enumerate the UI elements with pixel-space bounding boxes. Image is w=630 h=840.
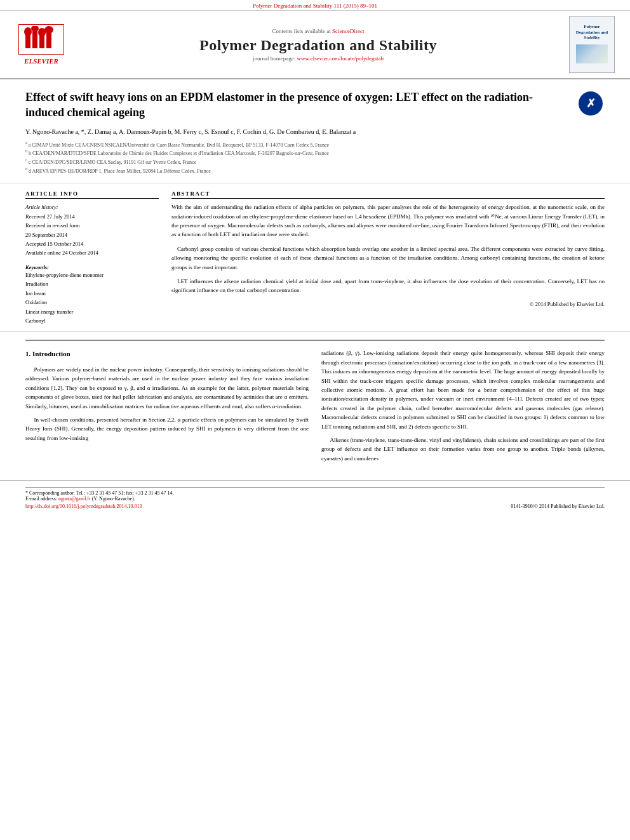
journal-homepage-link[interactable]: www.elsevier.com/locate/polydegstab: [297, 55, 384, 62]
journal-thumbnail: Polymer Degradation and Stability: [566, 16, 617, 73]
keywords-section: Keywords: Ethylene-propylene-diene monom…: [25, 264, 159, 326]
section-divider: [25, 340, 605, 341]
intro-heading: 1. Introduction: [25, 349, 309, 360]
article-title: Effect of swift heavy ions on an EPDM el…: [25, 90, 570, 121]
article-info-label: Article Info: [25, 190, 159, 199]
authors-list: Y. Ngono-Ravache a, *, Z. Damaj a, A. Da…: [25, 127, 570, 137]
doi-link[interactable]: http://dx.doi.org/10.1016/j.polymdegrads…: [25, 503, 142, 509]
sciencedirect-link[interactable]: ScienceDirect: [332, 28, 364, 34]
right-para-1: radiations (β, γ). Low-ionising radiatio…: [321, 349, 605, 431]
thumb-journal-title: Polymer Degradation and Stability: [572, 24, 612, 40]
history-label: Article history:: [25, 204, 58, 210]
footer-area: * Corresponding author. Tel.: +33 2 31 4…: [0, 480, 630, 513]
revised-label: Received in revised form: [25, 221, 159, 230]
article-info-abstract-section: Article Info Article history: Received 2…: [0, 184, 630, 332]
thumb-decoration: [576, 43, 608, 65]
svg-point-4: [24, 27, 32, 36]
elsevier-wordmark: ELSEVIER: [24, 57, 58, 65]
abstract-text: With the aim of understanding the radiat…: [171, 203, 605, 309]
svg-point-5: [31, 26, 39, 32]
revised-date: 29 September 2014: [25, 230, 159, 239]
article-history: Article history: Received 27 July 2014 R…: [25, 203, 159, 258]
body-right-column: radiations (β, γ). Low-ionising radiatio…: [321, 349, 605, 467]
svg-point-7: [44, 26, 53, 34]
body-para-2: In well-chosen conditions, presented her…: [25, 415, 309, 443]
journal-title: Polymer Degradation and Stability: [76, 37, 560, 54]
corresponding-author-note: * Corresponding author. Tel.: +33 2 31 4…: [25, 487, 605, 502]
affiliation-c: c c CEA/DEN/DPC/SECR/LRMO CEA Saclay, 91…: [25, 157, 570, 166]
online-date: Available online 24 October 2014: [25, 248, 159, 257]
keyword-3: Ion beam: [25, 289, 159, 298]
article-info-column: Article Info Article history: Received 2…: [25, 190, 159, 325]
abstract-column: Abstract With the aim of understanding t…: [171, 190, 605, 325]
keyword-4: Oxidation: [25, 298, 159, 307]
elsevier-tree-icon: [22, 26, 60, 51]
keyword-2: Irradiation: [25, 279, 159, 288]
corr-tel-fax: * Corresponding author. Tel.: +33 2 31 4…: [25, 490, 605, 496]
crossmark-icon: ✗: [579, 91, 603, 116]
elsevier-logo-box: [18, 24, 64, 55]
journal-citation: Polymer Degradation and Stability 111 (2…: [253, 3, 377, 9]
publisher-logo-area: ELSEVIER: [13, 24, 70, 65]
affiliation-a: a a CIMAP Unité Mixte CEA/CNRS/ENSICAEN/…: [25, 140, 570, 149]
keywords-label: Keywords:: [25, 264, 159, 270]
issn-copyright: 0141-3910/© 2014 Published by Elsevier L…: [511, 503, 605, 509]
keyword-6: Carbonyl: [25, 316, 159, 325]
accepted-date: Accepted 15 October 2014: [25, 239, 159, 248]
abstract-para-1: With the aim of understanding the radiat…: [171, 203, 605, 239]
affiliation-d: d d AREVA EP/PES-BE/DOR/RDP 1, Place Jea…: [25, 166, 570, 175]
journal-cover-thumb: Polymer Degradation and Stability: [569, 16, 615, 73]
svg-rect-1: [32, 29, 37, 48]
keywords-list: Ethylene-propylene-diene monomer Irradia…: [25, 270, 159, 326]
footer-bottom: http://dx.doi.org/10.1016/j.polymdegrads…: [25, 503, 605, 509]
right-para-2: Alkenes (trans-vinylene, trans-trans-die…: [321, 436, 605, 463]
keyword-1: Ethylene-propylene-diene monomer: [25, 270, 159, 279]
body-left-column: 1. Introduction Polymers are widely used…: [25, 349, 309, 467]
abstract-label: Abstract: [171, 190, 605, 199]
copyright-line: © 2014 Published by Elsevier Ltd.: [171, 300, 605, 309]
body-para-1: Polymers are widely used in the nuclear …: [25, 365, 309, 411]
abstract-para-3: LET influences the alkene radiation chem…: [171, 277, 605, 295]
journal-center-header: Contents lists available at ScienceDirec…: [76, 28, 560, 62]
affiliation-b: b b CEA/DEN/MAR/DTCD/SFDE Laboratoire de…: [25, 149, 570, 157]
journal-citation-bar: Polymer Degradation and Stability 111 (2…: [0, 0, 630, 11]
crossmark-badge[interactable]: ✗: [577, 90, 605, 117]
email-line: E-mail address: ngono@ganil.fr (Y. Ngono…: [25, 496, 605, 502]
received-date: Received 27 July 2014: [25, 212, 159, 221]
journal-homepage: journal homepage: www.elsevier.com/locat…: [76, 55, 560, 62]
article-header: Effect of swift heavy ions on an EPDM el…: [0, 79, 630, 184]
article-title-block: Effect of swift heavy ions on an EPDM el…: [25, 90, 570, 177]
affiliations: a a CIMAP Unité Mixte CEA/CNRS/ENSICAEN/…: [25, 140, 570, 175]
keyword-5: Linear energy transfer: [25, 307, 159, 316]
body-section: 1. Introduction Polymers are widely used…: [0, 349, 630, 480]
contents-line: Contents lists available at ScienceDirec…: [76, 28, 560, 34]
abstract-para-2: Carbonyl group consists of various chemi…: [171, 244, 605, 272]
author-email-link[interactable]: ngono@ganil.fr: [58, 496, 91, 502]
journal-header: ELSEVIER Contents lists available at Sci…: [0, 11, 630, 79]
